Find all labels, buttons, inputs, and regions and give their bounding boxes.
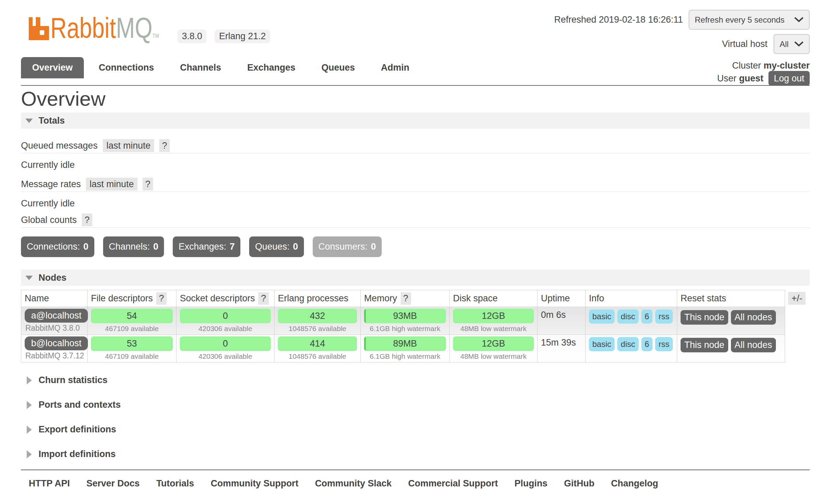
info-tag-plugins: 6 [641, 309, 652, 324]
section-label: Import definitions [39, 449, 116, 459]
footer-link-server-docs[interactable]: Server Docs [87, 478, 140, 489]
uptime-value: 0m 6s [541, 310, 566, 320]
user-label: User [717, 73, 736, 84]
expand-arrow-icon [27, 376, 32, 384]
message-rates-heading: Message rates last minute ? [21, 177, 810, 192]
section-ports-and-contexts[interactable]: Ports and contexts [21, 393, 810, 417]
col-label: Name [25, 293, 49, 303]
col-uptime: Uptime [538, 290, 586, 307]
disk-cell: 12GB 48MB low watermark [450, 307, 538, 335]
fd-help-icon[interactable]: ? [156, 292, 167, 305]
node-version: RabbitMQ 3.7.12 [25, 352, 84, 360]
expand-arrow-icon [27, 401, 32, 409]
section-label: Churn statistics [39, 375, 108, 385]
nodes-section-header[interactable]: Nodes [21, 270, 810, 286]
info-tag-rss: rss [655, 309, 673, 324]
brand-name-mq: MQ [116, 11, 152, 44]
footer-divider [21, 470, 810, 470]
global-help-icon[interactable]: ? [82, 213, 92, 226]
col-memory: Memory? [361, 290, 450, 307]
exchanges-count-badge[interactable]: Exchanges:7 [173, 236, 240, 257]
footer-link-changelog[interactable]: Changelog [611, 478, 658, 489]
tab-admin[interactable]: Admin [370, 57, 421, 78]
queued-help-icon[interactable]: ? [159, 139, 170, 152]
footer-link-commercial-support[interactable]: Commercial Support [408, 478, 498, 489]
queued-messages-label: Queued messages [21, 139, 98, 152]
memory-used-indicator [364, 309, 366, 323]
section-import-definitions[interactable]: Import definitions [21, 442, 810, 467]
col-socket-descriptors: Socket descriptors? [176, 290, 275, 307]
info-tag-basic: basic [589, 337, 615, 351]
socket-bar: 0 [180, 309, 271, 323]
reset-all-nodes-button[interactable]: All nodes [731, 310, 776, 325]
erlang-cell: 432 1048576 available [275, 307, 361, 335]
reset-all-nodes-button[interactable]: All nodes [731, 338, 776, 352]
collapse-arrow-icon [25, 276, 33, 280]
tab-exchanges[interactable]: Exchanges [236, 57, 307, 78]
rabbitmq-logo-icon [29, 17, 49, 40]
section-export-definitions[interactable]: Export definitions [21, 417, 810, 442]
footer-links: HTTP API Server Docs Tutorials Community… [21, 478, 810, 489]
tab-overview[interactable]: Overview [21, 57, 84, 78]
chevron-down-icon [794, 41, 804, 47]
connections-count-badge[interactable]: Connections:0 [21, 236, 94, 257]
queued-messages-heading: Queued messages last minute ? [21, 139, 810, 153]
channels-count-badge[interactable]: Channels:0 [103, 236, 164, 257]
col-name: Name [21, 290, 88, 307]
socket-available: 420306 available [180, 325, 271, 333]
page-title: Overview [21, 89, 810, 109]
vhost-label: Virtual host [722, 39, 767, 49]
node-name-badge[interactable]: a@localhost [25, 309, 88, 323]
memory-help-icon[interactable]: ? [401, 292, 411, 305]
column-selector-button[interactable]: +/- [788, 292, 806, 305]
rates-help-icon[interactable]: ? [143, 178, 153, 191]
col-erlang-processes: Erlang processes [275, 290, 361, 307]
erlang-version-badge: Erlang 21.2 [215, 29, 270, 43]
footer-link-tutorials[interactable]: Tutorials [156, 478, 194, 489]
disk-cell: 12GB 48MB low watermark [450, 335, 538, 362]
tab-queues[interactable]: Queues [310, 57, 366, 78]
col-disk-space: Disk space [450, 290, 538, 307]
user-name: guest [739, 73, 763, 84]
queued-idle-status: Currently idle [21, 160, 810, 170]
socket-help-icon[interactable]: ? [258, 292, 269, 305]
global-counts-row: Connections:0 Channels:0 Exchanges:7 Que… [21, 236, 810, 257]
footer-link-http-api[interactable]: HTTP API [29, 478, 70, 489]
node-name-cell: a@localhost RabbitMQ 3.8.0 [21, 307, 88, 335]
logout-button[interactable]: Log out [768, 71, 810, 86]
memory-cell: 89MB 6.1GB high watermark [361, 335, 450, 362]
queues-count-badge[interactable]: Queues:0 [249, 236, 304, 257]
totals-section-header[interactable]: Totals [21, 112, 810, 129]
refresh-interval-select[interactable]: Refresh every 5 seconds [689, 10, 810, 30]
expand-arrow-icon [27, 450, 32, 458]
queued-rate-window[interactable]: last minute [103, 139, 155, 152]
socket-cell: 0 420306 available [176, 335, 275, 362]
collapse-arrow-icon [25, 119, 33, 123]
node-name-cell: b@localhost RabbitMQ 3.7.12 [21, 335, 88, 362]
version-badges: 3.8.0 Erlang 21.2 [177, 29, 270, 43]
node-version: RabbitMQ 3.8.0 [25, 324, 84, 332]
erlang-bar: 414 [278, 336, 357, 351]
footer-link-community-slack[interactable]: Community Slack [315, 478, 392, 489]
node-row-a: a@localhost RabbitMQ 3.8.0 54 467109 ava… [21, 307, 785, 335]
global-counts-label: Global counts [21, 213, 77, 227]
footer-link-plugins[interactable]: Plugins [515, 478, 548, 489]
reset-this-node-button[interactable]: This node [681, 338, 728, 352]
footer-link-community-support[interactable]: Community Support [211, 478, 298, 489]
message-rates-label: Message rates [21, 177, 81, 191]
tab-connections[interactable]: Connections [88, 57, 165, 78]
fd-bar: 53 [91, 336, 173, 351]
rabbitmq-logo[interactable]: RabbitMQTM [29, 17, 49, 40]
footer-link-github[interactable]: GitHub [564, 478, 594, 489]
vhost-select[interactable]: All [774, 34, 810, 54]
reset-this-node-button[interactable]: This node [681, 310, 728, 325]
rates-rate-window[interactable]: last minute [86, 178, 138, 191]
disk-bar: 12GB [453, 336, 534, 351]
section-label: Export definitions [39, 424, 116, 435]
node-name-badge[interactable]: b@localhost [25, 336, 88, 350]
memory-bar: 93MB [364, 309, 446, 323]
section-churn-statistics[interactable]: Churn statistics [21, 368, 810, 393]
fd-cell: 54 467109 available [88, 307, 176, 335]
uptime-cell: 0m 6s [538, 307, 586, 335]
tab-channels[interactable]: Channels [169, 57, 233, 78]
